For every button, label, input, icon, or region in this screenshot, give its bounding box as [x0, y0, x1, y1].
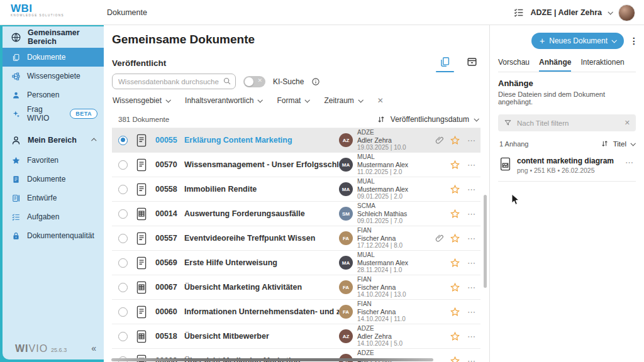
- table-row[interactable]: 00569 Erste Hilfe Unterweisung MA MUAL M…: [112, 251, 480, 275]
- tab-anhänge[interactable]: Anhänge: [539, 58, 571, 72]
- filter-dropdown-wissensgebiet[interactable]: Wissensgebiet: [113, 96, 170, 105]
- favorite-star-icon[interactable]: [450, 307, 460, 317]
- document-title[interactable]: Übersicht Marketing Aktivitäten: [183, 283, 339, 292]
- document-title[interactable]: Übersicht Mitbewerber: [183, 332, 339, 341]
- attachment-item[interactable]: content marketing diagram png • 251 KB •…: [498, 155, 636, 182]
- radio-button[interactable]: [118, 307, 128, 317]
- document-title[interactable]: Erklärung Content Marketing: [183, 136, 339, 145]
- search-icon: [223, 77, 231, 85]
- favorite-star-icon[interactable]: [450, 258, 460, 268]
- sidebar-item-frag-wivio[interactable]: Frag WIVIO BETA: [3, 104, 104, 123]
- favorite-star-icon[interactable]: [450, 184, 460, 195]
- radio-button[interactable]: [118, 283, 128, 292]
- favorite-star-icon[interactable]: [450, 282, 460, 293]
- avatar: FA: [339, 305, 353, 319]
- favorite-star-icon[interactable]: [450, 135, 460, 146]
- clear-filters-button[interactable]: ✕: [377, 96, 384, 105]
- favorite-star-icon[interactable]: [450, 209, 460, 219]
- documents-view-icon[interactable]: [439, 56, 451, 68]
- radio-button[interactable]: [118, 185, 128, 194]
- row-menu-button[interactable]: ⋯: [467, 356, 477, 362]
- document-type-icon: [136, 158, 147, 172]
- sidebar-item-dokumente[interactable]: Dokumente: [3, 170, 104, 189]
- radio-button[interactable]: [118, 209, 128, 219]
- row-menu-button[interactable]: ⋯: [467, 209, 477, 219]
- user-menu-label[interactable]: ADZE | Adler Zehra: [531, 8, 602, 17]
- table-row[interactable]: 00060 Informationen Unternehmensdaten- u…: [112, 300, 480, 324]
- attachments-description: Diese Dateien sind dem Dokument angehäng…: [498, 90, 636, 106]
- ki-suche-toggle[interactable]: ✕: [243, 76, 265, 87]
- row-menu-button[interactable]: ⋯: [467, 185, 477, 194]
- favorite-star-icon[interactable]: [450, 160, 460, 170]
- sidebar-item-favoriten[interactable]: Favoriten: [3, 151, 104, 170]
- beta-badge: BETA: [70, 109, 97, 119]
- tab-interaktionen[interactable]: Interaktionen: [580, 58, 624, 72]
- sidebar-item-entw-rfe[interactable]: Entwürfe: [3, 189, 104, 207]
- sort-dropdown[interactable]: Veröffentlichungsdatum: [377, 115, 478, 124]
- sidebar-item-aufgaben[interactable]: Aufgaben: [3, 207, 104, 226]
- row-menu-button[interactable]: ⋯: [467, 307, 477, 317]
- main-content: Gemeinsame Dokumente Veröffentlicht ✕ KI…: [104, 25, 489, 362]
- row-menu-button[interactable]: ⋯: [467, 160, 477, 170]
- table-row[interactable]: 00558 Immobilien Rendite MA MUAL Musterm…: [112, 177, 480, 202]
- document-number: 00055: [155, 136, 183, 145]
- table-row[interactable]: 00055 Erklärung Content Marketing AZ ADZ…: [112, 128, 480, 153]
- radio-button[interactable]: [118, 234, 128, 243]
- horizontal-scrollbar[interactable]: [111, 358, 433, 361]
- clear-filter-button[interactable]: ✕: [625, 119, 630, 127]
- favorite-star-icon[interactable]: [450, 233, 460, 244]
- author-name: Mustermann Alex: [357, 259, 408, 266]
- sidebar-section-header[interactable]: Gemeinsamer Bereich: [3, 26, 104, 48]
- document-type-icon: [136, 281, 147, 294]
- attachment-menu-button[interactable]: ⋯: [625, 158, 635, 167]
- document-title[interactable]: Immobilien Rendite: [183, 185, 339, 194]
- row-menu-button[interactable]: ⋯: [467, 283, 477, 292]
- archive-view-icon[interactable]: [466, 56, 478, 68]
- table-row[interactable]: 00067 Übersicht Marketing Aktivitäten FA…: [112, 275, 480, 300]
- row-menu-button[interactable]: ⋯: [467, 136, 477, 145]
- document-title[interactable]: Informationen Unternehmensdaten- und zah…: [183, 307, 339, 316]
- row-menu-button[interactable]: ⋯: [467, 234, 477, 243]
- vertical-scrollbar[interactable]: [484, 195, 487, 288]
- avatar: FA: [339, 280, 353, 294]
- radio-button[interactable]: [118, 136, 128, 145]
- favorite-star-icon[interactable]: [450, 331, 460, 342]
- document-title[interactable]: Erste Hilfe Unterweisung: [183, 258, 339, 267]
- table-row[interactable]: 00557 Eventvideoreihe Treffpunkt Wissen …: [112, 226, 480, 251]
- sidebar-collapse-button[interactable]: «: [91, 343, 96, 353]
- document-title[interactable]: Wissensmanagement - Unser Erfolgsschlüss…: [183, 160, 339, 169]
- table-row[interactable]: 00014 Auswertung Forderungsausfälle SM S…: [112, 202, 480, 226]
- chevron-up-icon[interactable]: [91, 138, 96, 143]
- table-row[interactable]: 00518 Übersicht Mitbewerber AZ ADZE Adle…: [112, 324, 480, 349]
- document-title[interactable]: Eventvideoreihe Treffpunkt Wissen: [183, 234, 339, 243]
- radio-button[interactable]: [118, 160, 128, 170]
- filter-dropdown-inhaltsverantwortlich[interactable]: Inhaltsverantwortlich: [185, 96, 262, 105]
- search-input[interactable]: [112, 74, 236, 89]
- tab-vorschau[interactable]: Vorschau: [498, 58, 530, 72]
- filter-dropdown-format[interactable]: Format: [277, 96, 309, 105]
- sidebar-item-dokumentenqualit-t[interactable]: Dokumentenqualität: [3, 226, 104, 245]
- date-version: 17.12.2024 | 8.0: [357, 242, 402, 250]
- sidebar-item-personen[interactable]: Personen: [3, 85, 104, 104]
- sidebar-section-header[interactable]: Mein Bereich: [3, 129, 104, 151]
- new-document-button[interactable]: + Neues Dokument: [531, 33, 624, 49]
- attachment-sort-dropdown[interactable]: Titel: [601, 140, 635, 148]
- chevron-down-icon[interactable]: [608, 9, 613, 14]
- filter-dropdown-zeitraum[interactable]: Zeitraum: [324, 96, 362, 105]
- sidebar-item-dokumente[interactable]: Dokumente: [3, 48, 104, 67]
- tasks-icon[interactable]: [513, 7, 525, 18]
- radio-button[interactable]: [118, 332, 128, 341]
- paperclip-icon: [435, 233, 445, 243]
- row-menu-button[interactable]: ⋯: [467, 332, 477, 341]
- sidebar-item-wissensgebiete[interactable]: Wissensgebiete: [3, 67, 104, 85]
- info-icon[interactable]: [311, 77, 320, 86]
- wbi-logo-subtext: KNOWLEDGE SOLUTIONS: [11, 14, 64, 18]
- more-options-button[interactable]: ⋮: [630, 40, 636, 43]
- document-title[interactable]: Auswertung Forderungsausfälle: [183, 209, 339, 218]
- user-avatar[interactable]: [618, 4, 635, 21]
- favorite-star-icon[interactable]: [450, 356, 460, 362]
- attachment-filter-input[interactable]: [517, 119, 619, 127]
- row-menu-button[interactable]: ⋯: [467, 258, 477, 268]
- table-row[interactable]: 00570 Wissensmanagement - Unser Erfolgss…: [112, 153, 480, 177]
- radio-button[interactable]: [118, 258, 128, 268]
